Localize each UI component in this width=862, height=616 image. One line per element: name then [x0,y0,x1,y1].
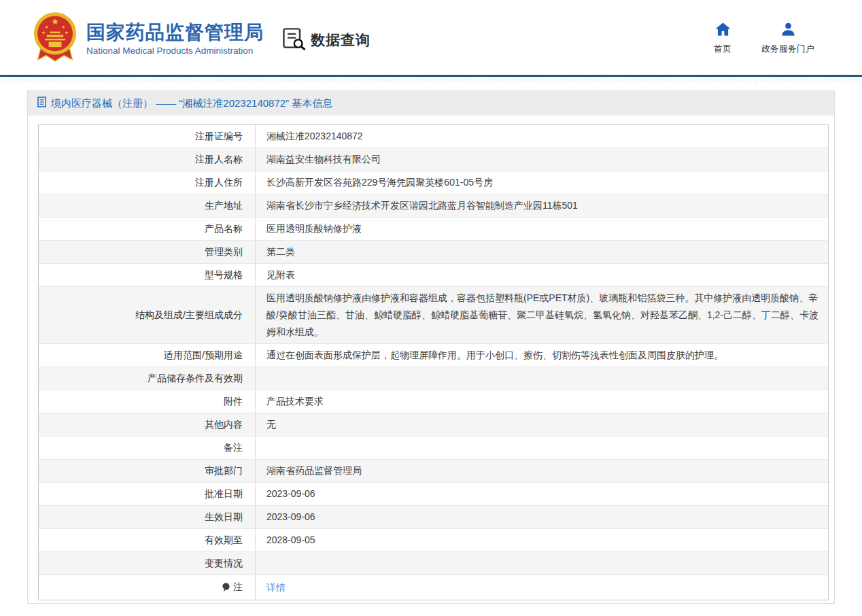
table-row: 注册人名称湖南益安生物科技有限公司 [39,148,828,171]
document-icon [37,97,46,110]
row-value: 产品技术要求 [255,390,828,413]
row-label: 审批部门 [39,460,255,482]
note-balloon-icon [222,583,230,592]
row-value: 无 [255,413,828,436]
row-value: 长沙高新开发区谷苑路229号海凭园聚英楼601-05号房 [255,171,828,194]
row-label: 变更情况 [39,552,255,575]
row-label: 注册人名称 [39,148,255,171]
doc-search-icon [282,27,307,53]
table-row: 附件产品技术要求 [39,390,828,413]
row-label: 备注 [39,437,255,459]
site-subtitle: National Medical Products Administration [86,46,264,56]
row-value: 第二类 [255,241,828,263]
info-table: 注册证编号湘械注准20232140872注册人名称湖南益安生物科技有限公司注册人… [38,124,829,600]
row-label: 注册证编号 [39,125,255,148]
row-value: 医用透明质酸钠修护液由修护液和容器组成，容器包括塑料瓶(PE或PET材质)、玻璃… [255,287,828,343]
table-row: 管理类别第二类 [39,241,828,264]
data-query-tab[interactable]: 数据查询 [282,27,370,53]
table-row: 生产地址湖南省长沙市宁乡经济技术开发区谐园北路蓝月谷智能制造产业园11栋501 [39,194,828,218]
row-label: 注 [39,575,255,600]
page-header: ★ ★ ★ ★ ★ 国家药品监督管理局 National Medical Pro… [0,0,862,75]
breadcrumb: 境内医疗器械（注册） —— “湘械注准20232140872” 基本信息 [28,91,834,116]
table-row: 注册证编号湘械注准20232140872 [39,125,828,148]
nav-item-gov-portal[interactable]: 政务服务门户 [761,22,814,55]
row-value: 通过在创面表面形成保护层，起物理屏障作用。用于小创口、擦伤、切割伤等浅表性创面及… [255,344,828,366]
table-row: 结构及组成/主要组成成分医用透明质酸钠修护液由修护液和容器组成，容器包括塑料瓶(… [39,287,828,344]
row-label: 结构及组成/主要组成成分 [39,287,255,343]
home-icon [715,22,731,39]
row-label: 有效期至 [39,529,255,551]
nav-item-label: 首页 [714,43,731,55]
header-shadow-band [0,77,862,83]
svg-text:★: ★ [61,24,65,29]
row-value: 2023-09-06 [255,483,828,505]
table-row: 批准日期2023-09-06 [39,483,828,506]
data-query-label: 数据查询 [311,31,370,50]
svg-text:★: ★ [52,17,59,27]
national-emblem-icon: ★ ★ ★ ★ ★ [33,11,77,67]
row-label: 注册人住所 [39,171,255,194]
page-title: 境内医疗器械（注册） —— “湘械注准20232140872” 基本信息 [51,97,332,110]
row-value [255,552,828,575]
table-row: 审批部门湖南省药品监督管理局 [39,460,828,483]
row-value: 湖南省长沙市宁乡经济技术开发区谐园北路蓝月谷智能制造产业园11栋501 [255,194,828,217]
row-label: 管理类别 [39,241,255,263]
content-card: 境内医疗器械（注册） —— “湘械注准20232140872” 基本信息 注册证… [27,90,835,604]
row-value: 2023-09-06 [255,506,828,528]
row-label: 适用范围/预期用途 [39,344,255,366]
row-value: 湖南益安生物科技有限公司 [255,148,828,171]
table-row: 产品储存条件及有效期 [39,367,828,390]
table-row: 注详情 [39,575,828,600]
row-value [255,367,828,390]
svg-text:★: ★ [65,30,69,35]
row-value: 2028-09-05 [255,529,828,551]
table-row: 生效日期2023-09-06 [39,506,828,529]
detail-link[interactable]: 详情 [266,579,286,596]
row-label: 批准日期 [39,483,255,505]
table-row: 产品名称医用透明质酸钠修护液 [39,218,828,241]
row-label: 产品储存条件及有效期 [39,367,255,390]
svg-text:★: ★ [41,30,46,35]
table-row: 变更情况 [39,552,828,575]
table-row: 注册人住所长沙高新开发区谷苑路229号海凭园聚英楼601-05号房 [39,171,828,194]
nav-item-label: 政务服务门户 [761,43,814,55]
table-row: 有效期至2028-09-05 [39,529,828,552]
table-row: 适用范围/预期用途通过在创面表面形成保护层，起物理屏障作用。用于小创口、擦伤、切… [39,344,828,367]
site-logo[interactable]: ★ ★ ★ ★ ★ 国家药品监督管理局 National Medical Pro… [33,11,264,67]
row-label: 附件 [39,390,255,413]
row-value: 湖南省药品监督管理局 [255,460,828,482]
row-value [255,437,828,459]
row-value: 医用透明质酸钠修护液 [255,218,828,240]
row-label: 生效日期 [39,506,255,528]
row-label: 型号规格 [39,264,255,286]
table-row: 型号规格见附表 [39,264,828,287]
row-label: 生产地址 [39,194,255,217]
row-label: 产品名称 [39,218,255,240]
table-row: 其他内容无 [39,413,828,437]
table-row: 备注 [39,437,828,460]
row-value: 详情 [255,575,828,600]
row-label: 其他内容 [39,413,255,436]
svg-text:★: ★ [45,24,49,29]
user-icon [781,22,795,39]
header-nav: 首页 政务服务门户 [714,22,814,55]
site-title: 国家药品监督管理局 [86,22,264,44]
nav-item-home[interactable]: 首页 [714,22,731,55]
row-value: 见附表 [255,264,828,286]
row-value: 湘械注准20232140872 [255,125,828,148]
